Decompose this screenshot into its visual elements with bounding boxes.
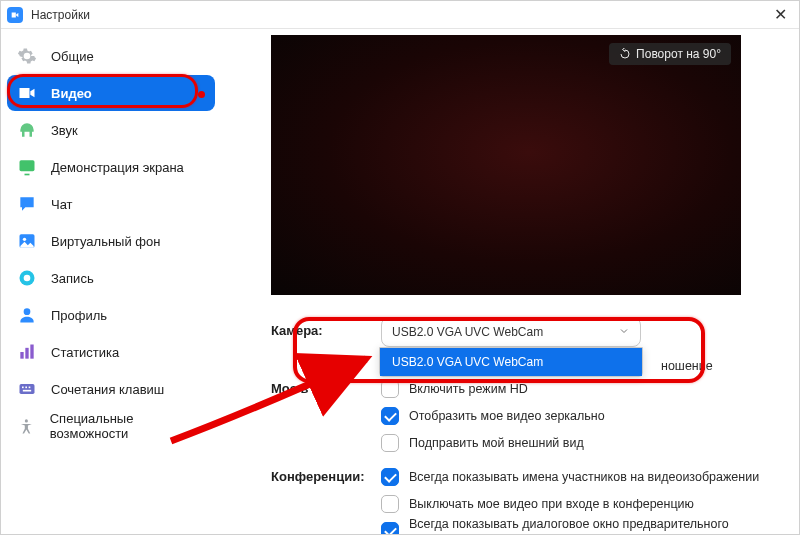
chevron-down-icon (618, 325, 630, 340)
stats-icon (17, 342, 37, 362)
svg-rect-9 (20, 384, 35, 394)
record-icon (17, 268, 37, 288)
accessibility-icon (17, 416, 36, 436)
close-button[interactable]: ✕ (768, 5, 793, 24)
svg-rect-0 (20, 160, 35, 171)
rotate-label: Поворот на 90° (636, 47, 721, 61)
rotate-button[interactable]: Поворот на 90° (609, 43, 731, 65)
camera-dropdown: USB2.0 VGA UVC WebCam (379, 347, 643, 377)
svg-point-2 (23, 238, 26, 241)
svg-point-4 (24, 275, 31, 282)
sidebar-item-profile[interactable]: Профиль (7, 297, 215, 333)
keyboard-icon (17, 379, 37, 399)
camera-selected-value: USB2.0 VGA UVC WebCam (392, 325, 543, 339)
window-title: Настройки (31, 8, 90, 22)
sidebar-item-share-screen[interactable]: Демонстрация экрана (7, 149, 215, 185)
video-preview: Поворот на 90° (271, 35, 741, 295)
opt-touchup-label: Подправить мой внешний вид (409, 436, 584, 450)
sidebar-item-statistics[interactable]: Статистика (7, 334, 215, 370)
checkbox-show-names[interactable] (381, 468, 399, 486)
my-video-label: Мое в (271, 375, 381, 396)
app-icon (7, 7, 23, 23)
user-icon (17, 305, 37, 325)
checkbox-mirror[interactable] (381, 407, 399, 425)
svg-point-14 (25, 419, 28, 422)
checkbox-show-dialog[interactable] (381, 522, 399, 534)
sidebar-item-virtual-bg[interactable]: Виртуальный фон (7, 223, 215, 259)
partial-ratio-text: ношение (661, 359, 713, 373)
chat-icon (17, 194, 37, 214)
sidebar-item-audio[interactable]: Звук (7, 112, 215, 148)
checkbox-hd[interactable] (381, 380, 399, 398)
camera-dropdown-option[interactable]: USB2.0 VGA UVC WebCam (380, 348, 642, 376)
svg-rect-11 (25, 387, 27, 389)
sidebar-item-label: Демонстрация экрана (51, 160, 184, 175)
camera-label: Камера: (271, 317, 381, 338)
image-icon (17, 231, 37, 251)
sidebar-item-label: Общие (51, 49, 94, 64)
opt-hd-label: Включить режим HD (409, 382, 528, 396)
svg-rect-6 (20, 352, 23, 359)
camera-icon (17, 83, 37, 103)
share-screen-icon (17, 157, 37, 177)
meetings-label: Конференции: (271, 463, 381, 484)
sidebar-item-label: Статистика (51, 345, 119, 360)
titlebar: Настройки ✕ (1, 1, 799, 29)
sidebar: Общие Видео Звук Демонстрация экрана Чат… (1, 29, 221, 534)
svg-rect-7 (25, 348, 28, 359)
headphones-icon (17, 120, 37, 140)
content-pane: Поворот на 90° Камера: USB2.0 VGA UVC We… (221, 29, 799, 534)
sidebar-item-label: Звук (51, 123, 78, 138)
sidebar-item-recording[interactable]: Запись (7, 260, 215, 296)
svg-rect-13 (23, 390, 31, 392)
opt-show-names-label: Всегда показывать имена участников на ви… (409, 470, 759, 484)
sidebar-item-label: Сочетания клавиш (51, 382, 164, 397)
sidebar-item-accessibility[interactable]: Специальные возможности (7, 408, 215, 444)
checkbox-touchup[interactable] (381, 434, 399, 452)
svg-rect-8 (30, 345, 33, 359)
sidebar-item-label: Профиль (51, 308, 107, 323)
sidebar-item-shortcuts[interactable]: Сочетания клавиш (7, 371, 215, 407)
sidebar-item-label: Видео (51, 86, 92, 101)
opt-dialog-label: Всегда показывать диалоговое окно предва… (409, 517, 769, 534)
sidebar-item-general[interactable]: Общие (7, 38, 215, 74)
svg-rect-10 (22, 387, 24, 389)
sidebar-item-video[interactable]: Видео (7, 75, 215, 111)
svg-point-5 (24, 308, 31, 315)
sidebar-item-label: Виртуальный фон (51, 234, 160, 249)
opt-mute-label: Выключать мое видео при входе в конферен… (409, 497, 694, 511)
sidebar-item-label: Специальные возможности (50, 411, 205, 441)
svg-rect-12 (29, 387, 31, 389)
gear-icon (17, 46, 37, 66)
sidebar-item-label: Чат (51, 197, 73, 212)
rotate-icon (619, 48, 631, 60)
checkbox-mute-on-join[interactable] (381, 495, 399, 513)
opt-mirror-label: Отобразить мое видео зеркально (409, 409, 605, 423)
sidebar-item-chat[interactable]: Чат (7, 186, 215, 222)
sidebar-item-label: Запись (51, 271, 94, 286)
camera-select[interactable]: USB2.0 VGA UVC WebCam (381, 317, 641, 347)
